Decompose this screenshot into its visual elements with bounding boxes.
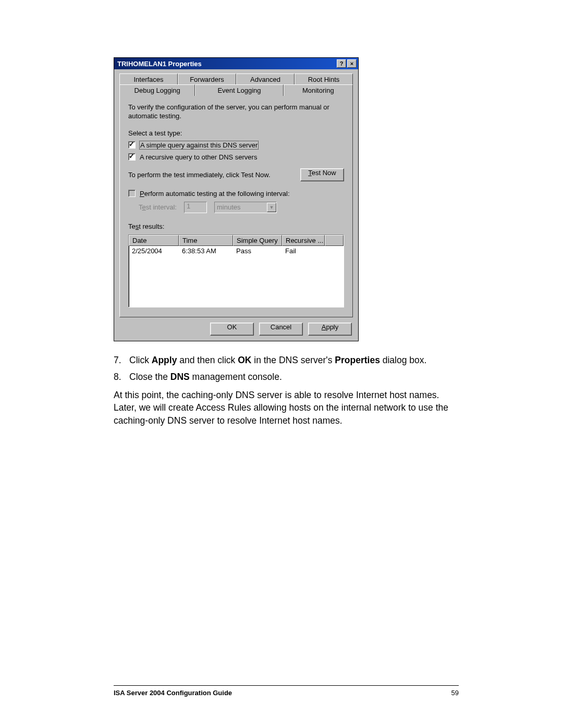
perform-test-label: To perform the test immediately, click T… [128, 171, 271, 179]
list-item: 7. Click Apply and then click OK in the … [114, 354, 459, 367]
test-now-button[interactable]: Test Now [300, 168, 344, 181]
description-text: To verify the configuration of the serve… [128, 103, 344, 121]
col-header-simple[interactable]: Simple Query [233, 235, 282, 246]
titlebar: TRIHOMELAN1 Properties ? × [114, 58, 358, 69]
tab-advanced[interactable]: Advanced [236, 73, 295, 85]
results-table: Date Time Simple Query Recursive ... 2/2… [128, 235, 344, 307]
tab-debug-logging[interactable]: Debug Logging [119, 84, 195, 96]
tab-interfaces[interactable]: Interfaces [119, 73, 178, 85]
checkbox-automatic-testing[interactable] [128, 190, 136, 197]
apply-button[interactable]: Apply [308, 323, 352, 336]
cancel-button[interactable]: Cancel [259, 323, 303, 336]
checkbox-recursive-query-label: A recursive query to other DNS servers [140, 153, 257, 161]
tab-root-hints[interactable]: Root Hints [295, 73, 353, 85]
tab-forwarders[interactable]: Forwarders [178, 73, 236, 85]
page-footer: ISA Server 2004 Configuration Guide 59 [114, 685, 459, 697]
interval-units-dropdown[interactable]: minutes ▼ [214, 202, 277, 213]
col-header-time[interactable]: Time [179, 235, 233, 246]
paragraph: At this point, the caching-only DNS serv… [114, 389, 459, 427]
checkbox-simple-query-label: A simple query against this DNS server [140, 141, 258, 149]
interval-input[interactable]: 1 [184, 202, 207, 213]
ok-button[interactable]: OK [210, 323, 254, 336]
document-body: 7. Click Apply and then click OK in the … [114, 354, 459, 427]
tab-monitoring[interactable]: Monitoring [284, 84, 353, 96]
table-row[interactable]: 2/25/2004 6:38:53 AM Pass Fail [129, 246, 344, 256]
select-test-type-label: Select a test type: [128, 129, 344, 137]
tab-panel-monitoring: To verify the configuration of the serve… [119, 95, 353, 317]
window-title: TRIHOMELAN1 Properties [117, 60, 202, 68]
test-results-label: Test results: [128, 223, 344, 230]
checkbox-simple-query[interactable] [128, 141, 136, 149]
test-interval-label: Test interval: [139, 203, 177, 211]
col-header-recursive[interactable]: Recursive ... [282, 235, 325, 246]
help-icon[interactable]: ? [337, 59, 346, 68]
col-header-date[interactable]: Date [129, 235, 179, 246]
col-header-fill [325, 235, 344, 246]
footer-title: ISA Server 2004 Configuration Guide [114, 689, 232, 697]
properties-dialog: TRIHOMELAN1 Properties ? × Interfaces Fo… [114, 57, 359, 341]
checkbox-recursive-query[interactable] [128, 153, 136, 161]
page-number: 59 [451, 689, 459, 697]
list-item: 8. Close the DNS management console. [114, 371, 459, 384]
close-icon[interactable]: × [347, 59, 357, 68]
tab-event-logging[interactable]: Event Logging [195, 84, 283, 96]
chevron-down-icon[interactable]: ▼ [267, 203, 276, 212]
checkbox-automatic-testing-label: Perform automatic testing at the followi… [140, 190, 290, 198]
